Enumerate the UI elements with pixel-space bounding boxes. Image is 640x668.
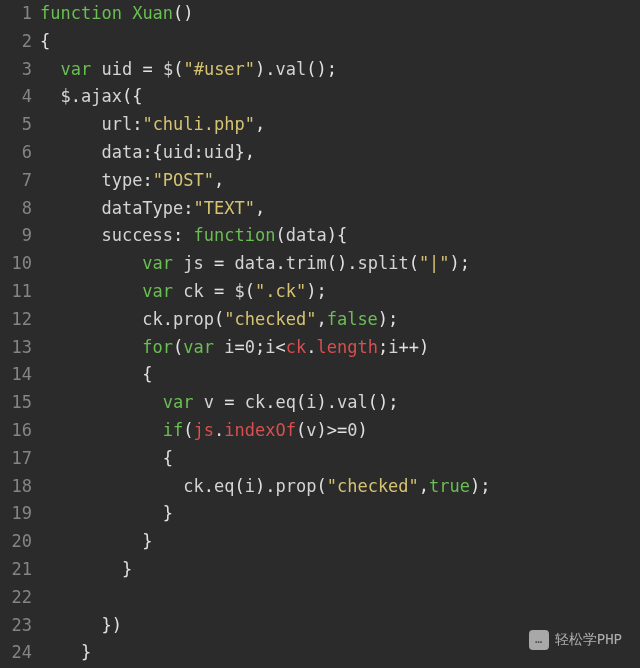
- line-number: 4: [0, 83, 32, 111]
- code-line[interactable]: {: [40, 28, 640, 56]
- code-line[interactable]: }: [40, 528, 640, 556]
- line-number: 21: [0, 556, 32, 584]
- watermark-text: 轻松学PHP: [555, 626, 622, 654]
- line-number: 16: [0, 417, 32, 445]
- line-number: 7: [0, 167, 32, 195]
- line-number: 11: [0, 278, 32, 306]
- line-number: 3: [0, 56, 32, 84]
- line-number: 9: [0, 222, 32, 250]
- line-number: 20: [0, 528, 32, 556]
- code-line[interactable]: function Xuan(): [40, 0, 640, 28]
- code-line[interactable]: {: [40, 445, 640, 473]
- line-number: 5: [0, 111, 32, 139]
- code-line[interactable]: type:"POST",: [40, 167, 640, 195]
- code-editor: 123456789101112131415161718192021222324 …: [0, 0, 640, 667]
- code-line[interactable]: }: [40, 500, 640, 528]
- code-line[interactable]: data:{uid:uid},: [40, 139, 640, 167]
- code-line[interactable]: $.ajax({: [40, 83, 640, 111]
- line-number-gutter: 123456789101112131415161718192021222324: [0, 0, 40, 667]
- line-number: 24: [0, 639, 32, 667]
- code-line[interactable]: for(var i=0;i<ck.length;i++): [40, 334, 640, 362]
- watermark: … 轻松学PHP: [529, 626, 622, 654]
- line-number: 2: [0, 28, 32, 56]
- line-number: 13: [0, 334, 32, 362]
- line-number: 17: [0, 445, 32, 473]
- code-line[interactable]: if(js.indexOf(v)>=0): [40, 417, 640, 445]
- code-line[interactable]: var ck = $(".ck");: [40, 278, 640, 306]
- code-line[interactable]: [40, 584, 640, 612]
- code-line[interactable]: {: [40, 361, 640, 389]
- code-line[interactable]: dataType:"TEXT",: [40, 195, 640, 223]
- code-line[interactable]: var uid = $("#user").val();: [40, 56, 640, 84]
- code-line[interactable]: url:"chuli.php",: [40, 111, 640, 139]
- code-line[interactable]: var js = data.trim().split("|");: [40, 250, 640, 278]
- code-line[interactable]: var v = ck.eq(i).val();: [40, 389, 640, 417]
- line-number: 23: [0, 612, 32, 640]
- line-number: 18: [0, 473, 32, 501]
- line-number: 14: [0, 361, 32, 389]
- line-number: 19: [0, 500, 32, 528]
- line-number: 1: [0, 0, 32, 28]
- code-line[interactable]: ck.eq(i).prop("checked",true);: [40, 473, 640, 501]
- code-line[interactable]: success: function(data){: [40, 222, 640, 250]
- code-line[interactable]: ck.prop("checked",false);: [40, 306, 640, 334]
- line-number: 8: [0, 195, 32, 223]
- line-number: 10: [0, 250, 32, 278]
- code-area[interactable]: function Xuan(){ var uid = $("#user").va…: [40, 0, 640, 667]
- line-number: 6: [0, 139, 32, 167]
- chat-icon: …: [529, 630, 549, 650]
- line-number: 22: [0, 584, 32, 612]
- code-line[interactable]: }: [40, 556, 640, 584]
- line-number: 15: [0, 389, 32, 417]
- line-number: 12: [0, 306, 32, 334]
